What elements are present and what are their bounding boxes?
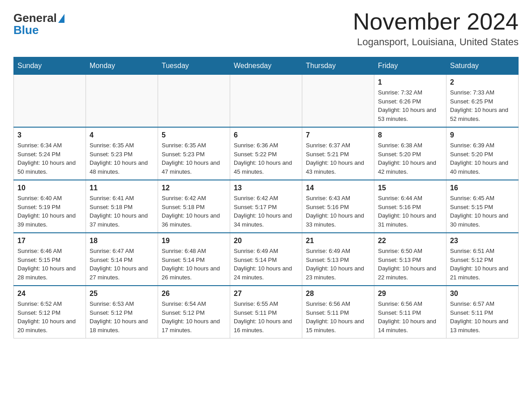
day-info: Sunrise: 6:43 AM Sunset: 5:16 PM Dayligh…	[306, 194, 370, 229]
day-number: 7	[306, 131, 370, 139]
calendar-cell: 28Sunrise: 6:56 AM Sunset: 5:11 PM Dayli…	[302, 286, 374, 338]
day-info: Sunrise: 6:56 AM Sunset: 5:11 PM Dayligh…	[306, 300, 370, 334]
calendar-header-friday: Friday	[374, 57, 446, 75]
day-number: 8	[378, 131, 442, 139]
calendar-week-row: 17Sunrise: 6:46 AM Sunset: 5:15 PM Dayli…	[14, 233, 519, 286]
day-info: Sunrise: 6:34 AM Sunset: 5:24 PM Dayligh…	[17, 141, 82, 176]
day-info: Sunrise: 6:44 AM Sunset: 5:16 PM Dayligh…	[378, 194, 442, 229]
title-area: November 2024 Logansport, Louisiana, Uni…	[353, 9, 519, 48]
day-info: Sunrise: 6:49 AM Sunset: 5:13 PM Dayligh…	[306, 247, 370, 282]
calendar-cell	[158, 75, 230, 128]
calendar-cell: 9Sunrise: 6:39 AM Sunset: 5:20 PM Daylig…	[446, 127, 519, 180]
day-info: Sunrise: 6:46 AM Sunset: 5:15 PM Dayligh…	[17, 247, 82, 282]
day-number: 22	[378, 237, 442, 245]
day-number: 20	[234, 237, 298, 245]
calendar-cell: 15Sunrise: 6:44 AM Sunset: 5:16 PM Dayli…	[374, 180, 446, 233]
calendar-cell: 30Sunrise: 6:57 AM Sunset: 5:11 PM Dayli…	[446, 286, 519, 338]
day-info: Sunrise: 6:36 AM Sunset: 5:22 PM Dayligh…	[234, 141, 298, 176]
day-info: Sunrise: 6:42 AM Sunset: 5:17 PM Dayligh…	[234, 194, 298, 229]
day-info: Sunrise: 6:35 AM Sunset: 5:23 PM Dayligh…	[90, 141, 154, 176]
day-number: 4	[90, 131, 154, 139]
day-number: 26	[162, 290, 226, 298]
calendar-header-wednesday: Wednesday	[230, 57, 302, 75]
day-info: Sunrise: 6:40 AM Sunset: 5:19 PM Dayligh…	[17, 194, 82, 229]
day-info: Sunrise: 6:49 AM Sunset: 5:14 PM Dayligh…	[234, 247, 298, 282]
day-number: 11	[90, 184, 154, 192]
calendar-cell: 18Sunrise: 6:47 AM Sunset: 5:14 PM Dayli…	[86, 233, 158, 286]
day-info: Sunrise: 6:39 AM Sunset: 5:20 PM Dayligh…	[450, 141, 515, 176]
day-info: Sunrise: 6:38 AM Sunset: 5:20 PM Dayligh…	[378, 141, 442, 176]
calendar-cell: 7Sunrise: 6:37 AM Sunset: 5:21 PM Daylig…	[302, 127, 374, 180]
day-number: 10	[17, 184, 82, 192]
calendar-header-tuesday: Tuesday	[158, 57, 230, 75]
calendar-week-row: 1Sunrise: 7:32 AM Sunset: 6:26 PM Daylig…	[14, 75, 519, 128]
calendar-cell	[14, 75, 86, 128]
calendar-cell: 5Sunrise: 6:35 AM Sunset: 5:23 PM Daylig…	[158, 127, 230, 180]
day-number: 21	[306, 237, 370, 245]
calendar-cell: 26Sunrise: 6:54 AM Sunset: 5:12 PM Dayli…	[158, 286, 230, 338]
calendar-cell: 21Sunrise: 6:49 AM Sunset: 5:13 PM Dayli…	[302, 233, 374, 286]
day-info: Sunrise: 6:47 AM Sunset: 5:14 PM Dayligh…	[90, 247, 154, 282]
day-number: 27	[234, 290, 298, 298]
calendar-header-saturday: Saturday	[446, 57, 519, 75]
day-info: Sunrise: 6:48 AM Sunset: 5:14 PM Dayligh…	[162, 247, 226, 282]
calendar-cell: 22Sunrise: 6:50 AM Sunset: 5:13 PM Dayli…	[374, 233, 446, 286]
calendar-table: SundayMondayTuesdayWednesdayThursdayFrid…	[13, 57, 519, 338]
calendar-cell: 10Sunrise: 6:40 AM Sunset: 5:19 PM Dayli…	[14, 180, 86, 233]
day-number: 30	[450, 290, 515, 298]
calendar-cell: 11Sunrise: 6:41 AM Sunset: 5:18 PM Dayli…	[86, 180, 158, 233]
day-number: 24	[17, 290, 82, 298]
day-number: 13	[234, 184, 298, 192]
calendar-cell: 29Sunrise: 6:56 AM Sunset: 5:11 PM Dayli…	[374, 286, 446, 338]
day-number: 1	[378, 78, 442, 86]
calendar-cell: 25Sunrise: 6:53 AM Sunset: 5:12 PM Dayli…	[86, 286, 158, 338]
calendar-cell: 14Sunrise: 6:43 AM Sunset: 5:16 PM Dayli…	[302, 180, 374, 233]
day-number: 6	[234, 131, 298, 139]
location-title: Logansport, Louisiana, United States	[353, 36, 519, 48]
calendar-cell: 12Sunrise: 6:42 AM Sunset: 5:18 PM Dayli…	[158, 180, 230, 233]
calendar-cell: 4Sunrise: 6:35 AM Sunset: 5:23 PM Daylig…	[86, 127, 158, 180]
day-number: 25	[90, 290, 154, 298]
calendar-cell: 8Sunrise: 6:38 AM Sunset: 5:20 PM Daylig…	[374, 127, 446, 180]
calendar-header-sunday: Sunday	[14, 57, 86, 75]
calendar-cell: 16Sunrise: 6:45 AM Sunset: 5:15 PM Dayli…	[446, 180, 519, 233]
day-number: 15	[378, 184, 442, 192]
day-number: 12	[162, 184, 226, 192]
calendar-cell: 2Sunrise: 7:33 AM Sunset: 6:25 PM Daylig…	[446, 75, 519, 128]
day-info: Sunrise: 7:33 AM Sunset: 6:25 PM Dayligh…	[450, 88, 515, 123]
day-number: 2	[450, 78, 515, 86]
day-info: Sunrise: 6:45 AM Sunset: 5:15 PM Dayligh…	[450, 194, 515, 229]
day-number: 19	[162, 237, 226, 245]
calendar-cell: 23Sunrise: 6:51 AM Sunset: 5:12 PM Dayli…	[446, 233, 519, 286]
logo: General Blue	[13, 9, 64, 37]
calendar-cell: 6Sunrise: 6:36 AM Sunset: 5:22 PM Daylig…	[230, 127, 302, 180]
day-number: 28	[306, 290, 370, 298]
day-info: Sunrise: 6:53 AM Sunset: 5:12 PM Dayligh…	[90, 300, 154, 334]
calendar-header-row: SundayMondayTuesdayWednesdayThursdayFrid…	[14, 57, 519, 75]
day-number: 5	[162, 131, 226, 139]
day-number: 16	[450, 184, 515, 192]
calendar-cell: 1Sunrise: 7:32 AM Sunset: 6:26 PM Daylig…	[374, 75, 446, 128]
day-number: 18	[90, 237, 154, 245]
day-info: Sunrise: 6:51 AM Sunset: 5:12 PM Dayligh…	[450, 247, 515, 282]
calendar-cell: 17Sunrise: 6:46 AM Sunset: 5:15 PM Dayli…	[14, 233, 86, 286]
calendar-cell: 19Sunrise: 6:48 AM Sunset: 5:14 PM Dayli…	[158, 233, 230, 286]
day-info: Sunrise: 6:35 AM Sunset: 5:23 PM Dayligh…	[162, 141, 226, 176]
calendar-week-row: 10Sunrise: 6:40 AM Sunset: 5:19 PM Dayli…	[14, 180, 519, 233]
day-number: 23	[450, 237, 515, 245]
day-info: Sunrise: 6:37 AM Sunset: 5:21 PM Dayligh…	[306, 141, 370, 176]
month-title: November 2024	[353, 9, 519, 34]
calendar-cell	[302, 75, 374, 128]
day-number: 3	[17, 131, 82, 139]
day-info: Sunrise: 6:56 AM Sunset: 5:11 PM Dayligh…	[378, 300, 442, 334]
day-info: Sunrise: 6:54 AM Sunset: 5:12 PM Dayligh…	[162, 300, 226, 334]
calendar-cell: 20Sunrise: 6:49 AM Sunset: 5:14 PM Dayli…	[230, 233, 302, 286]
day-info: Sunrise: 6:42 AM Sunset: 5:18 PM Dayligh…	[162, 194, 226, 229]
day-number: 29	[378, 290, 442, 298]
calendar-cell	[86, 75, 158, 128]
calendar-week-row: 24Sunrise: 6:52 AM Sunset: 5:12 PM Dayli…	[14, 286, 519, 338]
logo-blue-text: Blue	[13, 23, 39, 37]
calendar-header-thursday: Thursday	[302, 57, 374, 75]
logo-triangle-icon	[58, 14, 64, 23]
calendar-cell: 24Sunrise: 6:52 AM Sunset: 5:12 PM Dayli…	[14, 286, 86, 338]
